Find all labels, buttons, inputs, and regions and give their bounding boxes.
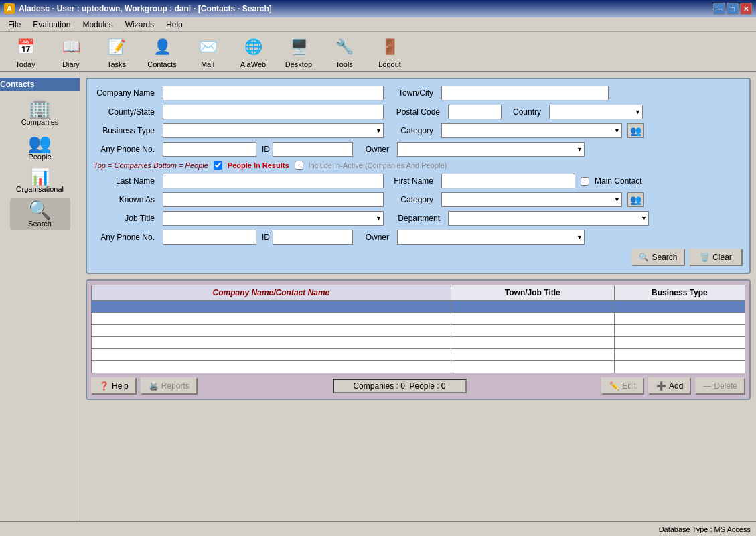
title-bar: A Aladesc - User : uptodown, Workgroup :… xyxy=(0,0,756,17)
include-inactive-checkbox[interactable] xyxy=(295,161,303,170)
toolbar-mail[interactable]: ✉️ Mail xyxy=(187,34,228,70)
menu-file[interactable]: File xyxy=(3,19,26,31)
business-category-row: Business Type Category 👥 xyxy=(94,123,743,138)
edit-button[interactable]: ✏️ Edit xyxy=(601,377,644,395)
results-panel: Company Name/Contact Name Town/Job Title… xyxy=(86,279,751,400)
country-select-wrapper xyxy=(549,105,643,119)
window-title: Aladesc - User : uptodown, Workgroup : d… xyxy=(19,4,272,13)
reports-button[interactable]: 🖨️ Reports xyxy=(141,377,198,395)
search-clear-buttons: 🔍 Search 🗑️ Clear xyxy=(94,249,743,266)
last-name-label: Last Name xyxy=(94,176,157,186)
id-label-people: ID xyxy=(262,232,270,242)
county-state-input[interactable] xyxy=(163,105,384,119)
id-input-people[interactable] xyxy=(273,230,353,245)
close-button[interactable]: ✕ xyxy=(740,3,752,15)
help-icon: ❓ xyxy=(99,381,109,391)
department-select-wrapper xyxy=(448,211,649,226)
town-city-label: Town/City xyxy=(389,88,436,98)
toolbar-tools[interactable]: 🔧 Tools xyxy=(324,34,364,70)
department-select[interactable] xyxy=(448,211,649,226)
search-icon: 🔍 xyxy=(28,201,52,220)
today-icon: 📅 xyxy=(13,35,37,59)
category-select-people[interactable] xyxy=(441,192,622,207)
known-as-input[interactable] xyxy=(163,192,384,207)
job-title-select-wrapper xyxy=(163,211,384,226)
reports-icon: 🖨️ xyxy=(149,381,159,391)
department-label: Department xyxy=(389,214,443,223)
maximize-button[interactable]: □ xyxy=(727,3,739,15)
last-name-input[interactable] xyxy=(163,174,384,188)
sidebar-item-organisational[interactable]: 📊 Organisational xyxy=(10,166,70,196)
clear-icon-btn: 🗑️ xyxy=(700,253,710,262)
knownas-category-row: Known As Category 👥 xyxy=(94,192,743,207)
business-type-select[interactable] xyxy=(163,123,384,138)
main-contact-checkbox[interactable] xyxy=(581,177,589,186)
first-name-input[interactable] xyxy=(441,174,575,188)
phone-id-owner-people-row: Any Phone No. ID Owner xyxy=(94,230,743,245)
search-button[interactable]: 🔍 Search xyxy=(631,249,685,266)
category-label-companies: Category xyxy=(389,126,436,135)
sidebar-item-search[interactable]: 🔍 Search xyxy=(10,198,70,230)
lastname-firstname-row: Last Name First Name Main Contact xyxy=(94,174,743,188)
people-in-results-checkbox[interactable] xyxy=(214,161,222,170)
menu-modules[interactable]: Modules xyxy=(77,19,118,31)
sidebar-item-people[interactable]: 👥 People xyxy=(10,131,70,163)
toolbar-logout[interactable]: 🚪 Logout xyxy=(370,34,410,70)
any-phone-input-companies[interactable] xyxy=(163,142,256,157)
people-in-results-label: People In Results xyxy=(228,161,289,170)
divider-row: Top = Companies Bottom = People People I… xyxy=(94,161,743,170)
minimize-button[interactable]: — xyxy=(713,3,725,15)
town-city-input[interactable] xyxy=(441,86,609,100)
main-contact-label: Main Contact xyxy=(595,176,642,186)
menu-evaluation[interactable]: Evaluation xyxy=(27,19,76,31)
col-business-type: Business Type xyxy=(614,285,745,301)
table-row xyxy=(92,313,745,325)
any-phone-label-companies: Any Phone No. xyxy=(94,145,157,154)
owner-select-people[interactable] xyxy=(397,230,585,245)
delete-button[interactable]: — Delete xyxy=(695,377,745,395)
job-title-label: Job Title xyxy=(94,214,157,223)
postal-code-input[interactable] xyxy=(448,105,502,119)
content-area: Company Name Town/City County/State Post… xyxy=(80,72,756,521)
clear-button[interactable]: 🗑️ Clear xyxy=(689,249,743,266)
toolbar-desktop[interactable]: 🖥️ Desktop xyxy=(279,34,319,70)
category-select-companies[interactable] xyxy=(441,123,622,138)
category-browse-btn[interactable]: 👥 xyxy=(627,123,644,138)
sidebar-item-companies[interactable]: 🏢 Companies xyxy=(10,96,70,129)
organisational-icon: 📊 xyxy=(30,169,50,185)
add-button[interactable]: ➕ Add xyxy=(648,377,691,395)
toolbar-today[interactable]: 📅 Today xyxy=(5,34,46,70)
toolbar-tasks[interactable]: 📝 Tasks xyxy=(96,34,137,70)
category-browse-people-btn[interactable]: 👥 xyxy=(627,192,644,207)
menu-help[interactable]: Help xyxy=(161,19,188,31)
tasks-icon: 📝 xyxy=(104,35,129,59)
owner-select-wrapper-people xyxy=(397,230,585,245)
any-phone-input-people[interactable] xyxy=(163,230,256,245)
job-title-select[interactable] xyxy=(163,211,384,226)
table-row[interactable] xyxy=(92,301,745,313)
company-town-row: Company Name Town/City xyxy=(94,86,743,100)
help-button[interactable]: ❓ Help xyxy=(91,377,137,395)
search-icon-btn: 🔍 xyxy=(639,253,649,262)
toolbar-contacts[interactable]: 👤 Contacts xyxy=(142,34,182,70)
menu-wizards[interactable]: Wizards xyxy=(120,19,159,31)
contacts-icon: 👤 xyxy=(150,35,174,59)
first-name-label: First Name xyxy=(389,176,436,186)
company-name-input[interactable] xyxy=(163,86,384,100)
category-select-people-wrapper xyxy=(441,192,622,207)
known-as-label: Known As xyxy=(94,195,157,204)
company-name-label: Company Name xyxy=(94,88,157,98)
divider-text: Top = Companies Bottom = People xyxy=(94,161,208,170)
toolbar-diary[interactable]: 📖 Diary xyxy=(51,34,91,70)
country-label: Country xyxy=(507,107,544,117)
business-type-label: Business Type xyxy=(94,126,157,135)
status-bar: Database Type : MS Access xyxy=(0,521,756,536)
toolbar-alaweb[interactable]: 🌐 AlaWeb xyxy=(233,34,273,70)
id-section-companies: ID xyxy=(262,142,353,157)
country-select[interactable] xyxy=(549,105,643,119)
category-label-people: Category xyxy=(389,195,436,204)
owner-select-companies[interactable] xyxy=(397,142,585,157)
id-label-companies: ID xyxy=(262,145,270,154)
id-input-companies[interactable] xyxy=(273,142,353,157)
mail-icon: ✉️ xyxy=(196,35,220,59)
